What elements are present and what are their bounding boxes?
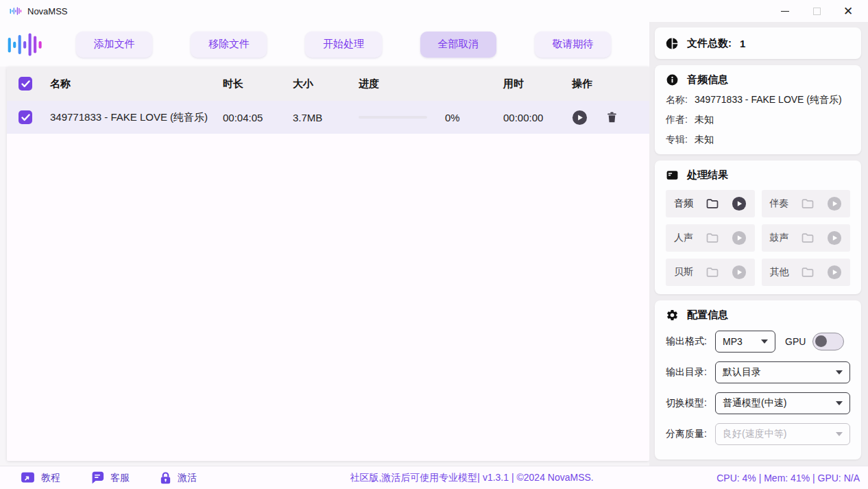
total-files-card: 文件总数: 1: [655, 27, 861, 59]
model-label: 切换模型:: [666, 397, 715, 409]
progress-percent: 0%: [445, 112, 460, 123]
folder-icon: [799, 197, 816, 211]
open-folder-button: [799, 197, 816, 211]
minimize-icon: [781, 11, 789, 12]
window-title: NovaMSS: [27, 6, 68, 16]
output-format-label: 输出格式:: [666, 335, 715, 348]
folder-icon: [799, 265, 816, 279]
gear-icon: [666, 309, 679, 322]
support-label: 客服: [110, 472, 130, 484]
audio-name-value: 349771833 - FAKE LOVE (纯音乐): [695, 94, 842, 106]
version-text: 社区版,激活后可使用专业模型| v1.3.1 | ©2024 NovaMSS.: [227, 472, 716, 484]
chevron-down-icon: [836, 432, 843, 436]
play-icon: [827, 265, 842, 280]
result-label: 人声: [674, 232, 693, 244]
lock-icon: [160, 471, 171, 485]
result-label: 伴奏: [770, 198, 789, 210]
result-cell-drums: 鼓声: [762, 224, 851, 252]
toggle-knob: [815, 335, 827, 347]
model-select[interactable]: 普通模型(中速): [715, 392, 850, 414]
open-folder-button: [799, 231, 816, 245]
audio-name-field: 名称: 349771833 - FAKE LOVE (纯音乐): [666, 94, 850, 106]
results-card: 处理结果 音频 伴奏: [655, 160, 861, 294]
audio-artist-value: 未知: [695, 114, 714, 126]
row-checkbox[interactable]: [19, 110, 32, 124]
output-format-value: MP3: [723, 336, 743, 347]
result-label: 其他: [770, 266, 789, 278]
results-grid: 音频 伴奏: [666, 190, 850, 286]
cell-progress: 0%: [359, 112, 503, 123]
play-icon: [827, 230, 842, 246]
output-dir-select[interactable]: 默认目录: [715, 361, 850, 383]
audio-artist-field: 作者: 未知: [666, 114, 850, 126]
check-icon: [21, 114, 30, 121]
header-progress: 进度: [359, 77, 503, 91]
config-title: 配置信息: [687, 309, 728, 322]
open-folder-button: [704, 231, 721, 245]
result-cell-vocals: 人声: [666, 224, 755, 252]
sidebar: 文件总数: 1 音频信息 名称: 349771833 - FAKE LOVE (…: [649, 22, 868, 466]
row-play-button[interactable]: [572, 110, 588, 126]
play-icon: [732, 230, 747, 246]
folder-icon: [799, 231, 816, 245]
close-button[interactable]: ✕: [832, 1, 864, 21]
quality-value: 良好(速度中等): [723, 428, 786, 440]
select-all-checkbox[interactable]: [19, 77, 32, 91]
quality-select: 良好(速度中等): [715, 423, 850, 445]
table-header-row: 名称 时长 大小 进度 用时 操作: [7, 67, 649, 101]
coming-soon-button[interactable]: 敬请期待: [535, 32, 611, 58]
play-icon: [827, 196, 842, 211]
play-result-button: [732, 265, 747, 280]
chevron-down-icon: [761, 339, 768, 344]
main-panel: 添加文件 移除文件 开始处理 全部取消 敬请期待 名称 时长 大小 进度 用时 …: [0, 22, 649, 466]
audio-album-label: 专辑:: [666, 134, 688, 146]
folder-icon: [704, 231, 721, 245]
audio-album-field: 专辑: 未知: [666, 134, 850, 146]
model-value: 普通模型(中速): [723, 397, 786, 409]
title-bar: NovaMSS ✕: [0, 0, 868, 22]
maximize-button[interactable]: [801, 1, 832, 21]
table-row[interactable]: 349771833 - FAKE LOVE (纯音乐) 00:04:05 3.7…: [7, 101, 649, 134]
activate-link[interactable]: 激活: [160, 471, 197, 485]
open-folder-button[interactable]: [704, 197, 721, 211]
output-format-select[interactable]: MP3: [715, 331, 775, 353]
result-cell-bass: 贝斯: [666, 259, 755, 286]
cell-file-name: 349771833 - FAKE LOVE (纯音乐): [50, 111, 223, 124]
output-dir-label: 输出目录:: [666, 366, 715, 379]
audio-name-label: 名称:: [666, 94, 688, 106]
minimize-button[interactable]: [769, 1, 801, 21]
cancel-all-button[interactable]: 全部取消: [420, 32, 496, 58]
chevron-down-icon: [836, 370, 843, 374]
chat-icon: [91, 471, 104, 484]
play-result-button: [827, 230, 842, 246]
row-delete-button[interactable]: [605, 110, 618, 124]
add-files-button[interactable]: 添加文件: [76, 32, 152, 58]
audio-artist-label: 作者:: [666, 114, 688, 126]
play-result-button: [827, 265, 842, 280]
audio-info-card: 音频信息 名称: 349771833 - FAKE LOVE (纯音乐) 作者:…: [655, 65, 861, 154]
tutorial-link[interactable]: 教程: [21, 472, 60, 484]
folder-icon: [704, 197, 721, 211]
results-title: 处理结果: [687, 169, 728, 182]
remove-files-button[interactable]: 移除文件: [191, 32, 267, 58]
output-dir-value: 默认目录: [723, 366, 761, 379]
results-icon: [666, 169, 679, 182]
result-cell-audio: 音频: [666, 190, 755, 217]
tutorial-label: 教程: [41, 472, 60, 484]
play-result-button[interactable]: [732, 196, 747, 211]
app-logo-icon: [10, 5, 22, 16]
quality-label: 分离质量:: [666, 428, 715, 440]
folder-icon: [704, 265, 721, 279]
header-size: 大小: [293, 77, 359, 91]
status-bar: 教程 客服 激活 社区版,激活后可使用专业模型| v1.3.1 | ©2024 …: [0, 466, 868, 489]
progress-bar: [359, 116, 427, 119]
result-label: 贝斯: [674, 266, 693, 278]
activate-label: 激活: [178, 472, 197, 484]
config-card: 配置信息 输出格式: MP3 GPU 输出目录: 默认目录 切换模型:: [655, 300, 861, 460]
total-files-value: 1: [740, 38, 745, 49]
gpu-toggle[interactable]: [812, 333, 844, 350]
play-result-button: [827, 196, 842, 211]
support-link[interactable]: 客服: [91, 471, 130, 484]
start-processing-button[interactable]: 开始处理: [305, 32, 381, 58]
output-dir-row: 输出目录: 默认目录: [666, 361, 850, 383]
